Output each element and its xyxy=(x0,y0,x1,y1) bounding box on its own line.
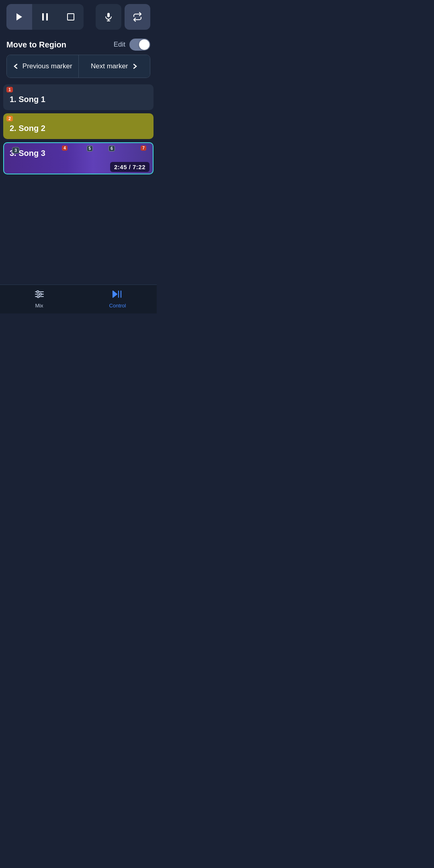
edit-label: Edit xyxy=(114,41,125,49)
section-header: Move to Region Edit xyxy=(0,34,157,55)
song-2-badge: 2 xyxy=(6,116,13,121)
tab-control[interactable]: Control xyxy=(78,285,157,313)
svg-rect-4 xyxy=(107,13,110,17)
svg-point-12 xyxy=(37,296,39,298)
svg-marker-13 xyxy=(113,291,117,297)
section-title: Move to Region xyxy=(6,40,66,49)
song-3-badge: 3 xyxy=(12,147,19,154)
svg-point-10 xyxy=(37,291,39,293)
svg-rect-1 xyxy=(42,13,44,20)
marker-nav: Previous marker Next marker xyxy=(6,55,150,78)
song-1-label: 1. Song 1 xyxy=(10,95,45,104)
song-row-2[interactable]: 2 2. Song 2 xyxy=(3,113,154,139)
tab-mix[interactable]: Mix xyxy=(0,285,78,313)
tab-mix-label: Mix xyxy=(35,303,43,309)
song-1-badge: 1 xyxy=(6,87,13,92)
song-row-3[interactable]: 3 4 5 6 7 3. Song 3 2:45 / 7:22 xyxy=(3,142,154,174)
mic-button[interactable] xyxy=(96,4,121,30)
previous-marker-label: Previous marker xyxy=(23,62,72,70)
mix-icon xyxy=(34,290,45,301)
next-marker-label: Next marker xyxy=(91,62,128,70)
song-2-label: 2. Song 2 xyxy=(10,124,45,133)
edit-toggle-row: Edit xyxy=(114,39,150,51)
pause-button[interactable] xyxy=(32,4,58,30)
next-marker-button[interactable]: Next marker xyxy=(79,55,150,78)
repeat-button[interactable] xyxy=(125,4,150,30)
song-3-badge-5: 5 xyxy=(87,145,93,151)
play-button[interactable] xyxy=(6,4,32,30)
edit-toggle[interactable] xyxy=(129,39,150,51)
song-3-badge-6: 6 xyxy=(108,145,115,151)
svg-rect-2 xyxy=(46,13,48,20)
svg-point-11 xyxy=(39,293,41,295)
transport-group-left xyxy=(6,4,84,30)
transport-right-group xyxy=(96,4,150,30)
svg-marker-0 xyxy=(16,13,22,20)
chevron-left-icon xyxy=(13,63,18,69)
chevron-right-icon xyxy=(132,63,138,69)
song-3-badge-7: 7 xyxy=(141,145,146,151)
tab-control-label: Control xyxy=(109,303,126,309)
toggle-knob xyxy=(139,39,149,50)
transport-bar xyxy=(0,0,157,34)
bottom-tabbar: Mix Control xyxy=(0,285,157,313)
song-row-1[interactable]: 1 1. Song 1 xyxy=(3,84,154,110)
song-3-badge-4: 4 xyxy=(62,145,68,151)
stop-button[interactable] xyxy=(58,4,84,30)
song-3-time: 2:45 / 7:22 xyxy=(110,162,149,172)
song-list: 1 1. Song 1 2 2. Song 2 3 4 5 6 7 3. Son… xyxy=(0,84,157,174)
svg-rect-3 xyxy=(68,14,74,20)
control-icon xyxy=(111,290,124,301)
previous-marker-button[interactable]: Previous marker xyxy=(7,55,79,78)
